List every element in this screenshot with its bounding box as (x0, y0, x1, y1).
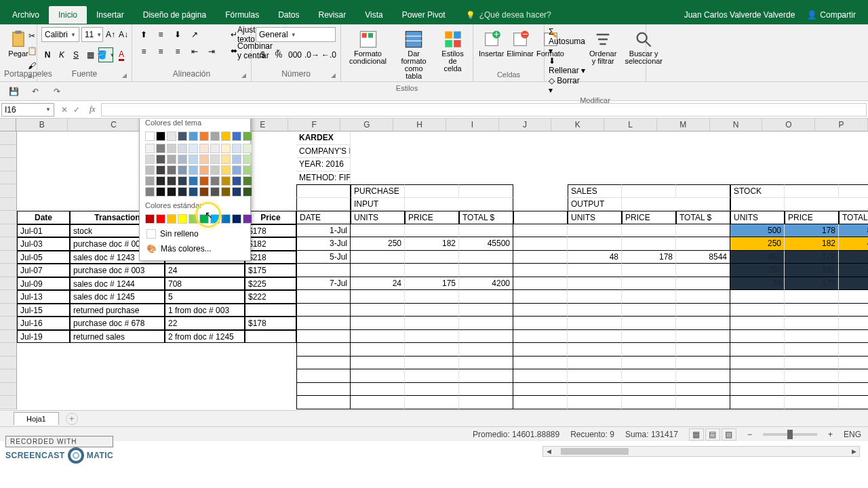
cell[interactable] (296, 290, 351, 304)
cell[interactable] (459, 317, 513, 330)
col-header[interactable]: F (288, 119, 341, 131)
tab-vista[interactable]: Vista (355, 6, 392, 24)
sort-filter-button[interactable]: Ordenar y filtrar (585, 27, 620, 95)
color-swatch[interactable] (243, 176, 252, 186)
tab-powerpivot[interactable]: Power Pivot (393, 6, 455, 24)
cell[interactable]: purchase doc # 003 (70, 264, 165, 277)
formula-bar[interactable] (101, 103, 867, 117)
color-swatch[interactable] (178, 144, 187, 153)
cell[interactable]: 1 from doc # 003 (165, 304, 245, 317)
color-swatch[interactable] (210, 144, 220, 153)
cell[interactable]: PRICE (405, 211, 459, 224)
cell[interactable] (296, 198, 351, 211)
cell[interactable] (513, 343, 568, 357)
color-swatch[interactable] (232, 165, 241, 175)
share-button[interactable]: 👤Compartir (800, 7, 863, 22)
cell[interactable]: 3-Jul (296, 237, 351, 251)
fx-icon[interactable]: fx (85, 104, 100, 115)
cell[interactable] (513, 264, 568, 277)
cell[interactable] (459, 290, 513, 304)
cell[interactable]: Jul-13 (17, 290, 70, 304)
cell[interactable] (839, 369, 868, 383)
color-swatch[interactable] (199, 131, 209, 141)
cell[interactable]: sales doc # 1244 (70, 277, 165, 291)
cell[interactable] (785, 343, 839, 357)
cell[interactable] (296, 264, 351, 277)
col-header[interactable]: K (551, 119, 604, 131)
cell[interactable] (568, 369, 622, 383)
cell[interactable] (351, 357, 405, 370)
cell[interactable] (405, 396, 459, 409)
italic-button[interactable]: K (56, 47, 68, 62)
cell[interactable] (730, 369, 785, 383)
cell[interactable] (459, 224, 513, 238)
color-swatch[interactable] (156, 155, 165, 164)
color-swatch[interactable] (156, 176, 165, 186)
increase-font-button[interactable]: A↑ (105, 27, 116, 42)
cell[interactable]: 1-Jul (296, 224, 351, 238)
cell[interactable] (568, 396, 622, 409)
clear-button[interactable]: ◇ Borrar ▾ (549, 76, 585, 95)
fill-button[interactable]: ⬇ Rellenar ▾ (549, 56, 585, 75)
cell[interactable] (459, 198, 513, 211)
cell[interactable] (839, 357, 868, 370)
cell[interactable]: 4200 (839, 277, 868, 291)
cell[interactable] (839, 317, 868, 330)
cell[interactable] (676, 198, 730, 211)
cell[interactable] (568, 330, 622, 344)
cell[interactable] (839, 290, 868, 304)
cell[interactable] (676, 396, 730, 409)
cell[interactable]: 178 (622, 251, 676, 264)
cell[interactable] (459, 369, 513, 383)
cell[interactable] (351, 290, 405, 304)
cell[interactable]: 24 (351, 277, 405, 291)
color-swatch[interactable] (221, 155, 231, 164)
cell[interactable] (676, 290, 730, 304)
cell[interactable] (459, 264, 513, 277)
cell[interactable] (513, 277, 568, 291)
font-name-combo[interactable]: Calibri▼ (41, 27, 79, 42)
indent-inc-button[interactable]: ⇥ (204, 44, 219, 59)
cell[interactable] (676, 317, 730, 330)
cell[interactable]: SALES (568, 184, 622, 198)
cell[interactable]: 182 (785, 237, 839, 251)
color-swatch[interactable] (210, 214, 220, 224)
color-swatch[interactable] (199, 155, 209, 164)
color-swatch[interactable] (145, 131, 155, 141)
color-swatch[interactable] (243, 131, 252, 141)
cell[interactable] (405, 343, 459, 357)
color-swatch[interactable] (210, 176, 220, 186)
color-swatch[interactable] (145, 144, 155, 153)
align-bottom-button[interactable]: ⬇ (170, 27, 185, 42)
cell[interactable]: 4200 (459, 277, 513, 291)
color-swatch[interactable] (243, 214, 252, 224)
cell[interactable] (676, 383, 730, 396)
cell[interactable] (351, 224, 405, 238)
copy-button[interactable]: 📋 (24, 43, 39, 58)
color-swatch[interactable] (232, 155, 241, 164)
sheet-tab[interactable]: Hoja1 (14, 412, 59, 425)
undo-button[interactable]: ↶ (27, 84, 43, 99)
cell[interactable] (839, 383, 868, 396)
cell[interactable] (839, 343, 868, 357)
cell[interactable]: 89000 (839, 224, 868, 238)
cell[interactable] (351, 330, 405, 344)
cell[interactable]: 178 (785, 224, 839, 238)
color-swatch[interactable] (232, 144, 241, 153)
cell[interactable]: Date (17, 211, 70, 224)
color-swatch[interactable] (189, 176, 198, 186)
accept-formula-button[interactable]: ✓ (73, 105, 80, 115)
cell[interactable] (730, 343, 785, 357)
color-swatch[interactable] (189, 214, 198, 224)
cell[interactable] (513, 369, 568, 383)
cell[interactable]: 24 (165, 264, 245, 277)
cell[interactable] (839, 396, 868, 409)
cell[interactable] (405, 251, 459, 264)
color-swatch[interactable] (199, 176, 209, 186)
cell[interactable] (839, 304, 868, 317)
color-swatch[interactable] (167, 144, 176, 153)
cell[interactable] (785, 369, 839, 383)
color-swatch[interactable] (145, 214, 155, 224)
color-swatch[interactable] (178, 187, 187, 197)
cell[interactable]: 8544 (676, 251, 730, 264)
